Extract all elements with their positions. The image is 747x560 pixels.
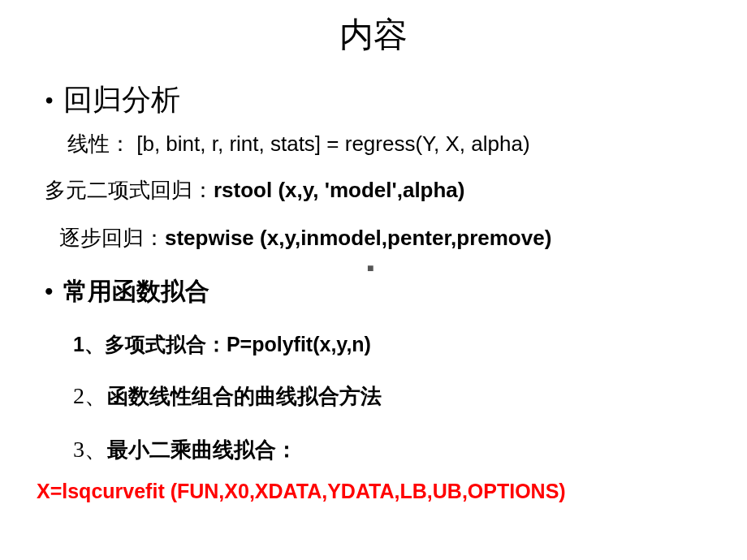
item-lsq: 3、最小二乘曲线拟合：: [73, 434, 702, 465]
item-linear-combo: 2、函数线性组合的曲线拟合方法: [73, 381, 702, 411]
bullet-dot-icon: •: [45, 279, 54, 304]
bullet-dot-icon: •: [45, 88, 54, 114]
center-marker-icon: ■: [367, 261, 374, 274]
heading-regression: 回归分析: [63, 80, 180, 120]
item1-num: 1、: [73, 333, 105, 355]
item1-label: 多项式拟合：: [105, 333, 227, 355]
heading-fitting: 常用函数拟合: [63, 275, 209, 308]
bullet-regression: • 回归分析: [45, 80, 702, 120]
item2-num: 2、: [73, 383, 107, 408]
slide-title: 内容: [45, 12, 702, 58]
item1-formula: P=polyfit(x,y,n): [227, 333, 371, 355]
item3-label: 最小二乘曲线拟合: [107, 437, 276, 462]
linear-label: 线性：: [67, 132, 131, 156]
line-linear: 线性： [b, bint, r, rint, stats] = regress(…: [67, 130, 702, 158]
line-poly: 多元二项式回归：rstool (x,y, 'model',alpha): [45, 176, 702, 205]
item2-label: 函数线性组合的曲线拟合方法: [107, 384, 382, 408]
slide-content: 内容 • 回归分析 线性： [b, bint, r, rint, stats] …: [0, 0, 747, 519]
item-polyfit: 1、多项式拟合：P=polyfit(x,y,n): [73, 331, 702, 358]
bullet-fitting: • 常用函数拟合: [45, 275, 702, 308]
item3-num: 3、: [73, 437, 107, 462]
footer-formula: X=lsqcurvefit (FUN,X0,XDATA,YDATA,LB,UB,…: [37, 480, 702, 503]
item3-suffix: ：: [276, 437, 297, 462]
poly-formula: rstool (x,y, 'model',alpha): [214, 178, 465, 202]
poly-label: 多元二项式回归：: [45, 179, 214, 202]
line-step: 逐步回归：stepwise (x,y,inmodel,penter,premov…: [59, 224, 702, 252]
step-label: 逐步回归：: [59, 226, 165, 250]
linear-formula: [b, bint, r, rint, stats] = regress(Y, X…: [131, 131, 530, 156]
step-formula: stepwise (x,y,inmodel,penter,premove): [165, 226, 551, 250]
